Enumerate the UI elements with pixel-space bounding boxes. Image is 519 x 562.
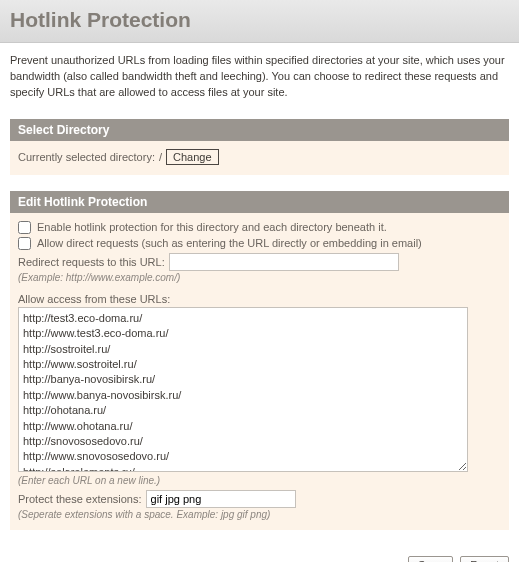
change-button[interactable]: Change	[166, 149, 219, 165]
edit-hotlink-body: Enable hotlink protection for this direc…	[10, 213, 509, 530]
allow-urls-label: Allow access from these URLs:	[18, 293, 501, 305]
protect-extensions-label: Protect these extensions:	[18, 493, 142, 505]
select-directory-body: Currently selected directory: / Change	[10, 141, 509, 175]
allow-direct-checkbox[interactable]	[18, 237, 31, 250]
allow-urls-hint: (Enter each URL on a new line.)	[18, 475, 501, 486]
page-title: Hotlink Protection	[10, 8, 509, 32]
intro-text: Prevent unauthorized URLs from loading f…	[10, 53, 509, 101]
redirect-input[interactable]	[169, 253, 399, 271]
protect-extensions-input[interactable]	[146, 490, 296, 508]
allow-urls-textarea[interactable]	[18, 307, 468, 472]
enable-hotlink-label: Enable hotlink protection for this direc…	[37, 221, 387, 233]
select-directory-heading: Select Directory	[10, 119, 509, 141]
save-button[interactable]: Save	[408, 556, 453, 562]
select-directory-section: Select Directory Currently selected dire…	[10, 119, 509, 175]
enable-hotlink-checkbox[interactable]	[18, 221, 31, 234]
edit-hotlink-section: Edit Hotlink Protection Enable hotlink p…	[10, 191, 509, 530]
button-row: Save Reset	[0, 550, 519, 562]
allow-direct-label: Allow direct requests (such as entering …	[37, 237, 422, 249]
content: Prevent unauthorized URLs from loading f…	[0, 43, 519, 550]
reset-button[interactable]: Reset	[460, 556, 509, 562]
page-title-bar: Hotlink Protection	[0, 0, 519, 43]
redirect-hint: (Example: http://www.example.com/)	[18, 272, 501, 283]
current-directory-label: Currently selected directory:	[18, 151, 155, 163]
redirect-label: Redirect requests to this URL:	[18, 256, 165, 268]
edit-hotlink-heading: Edit Hotlink Protection	[10, 191, 509, 213]
protect-extensions-hint: (Seperate extensions with a space. Examp…	[18, 509, 501, 520]
current-directory-path: /	[159, 151, 162, 163]
